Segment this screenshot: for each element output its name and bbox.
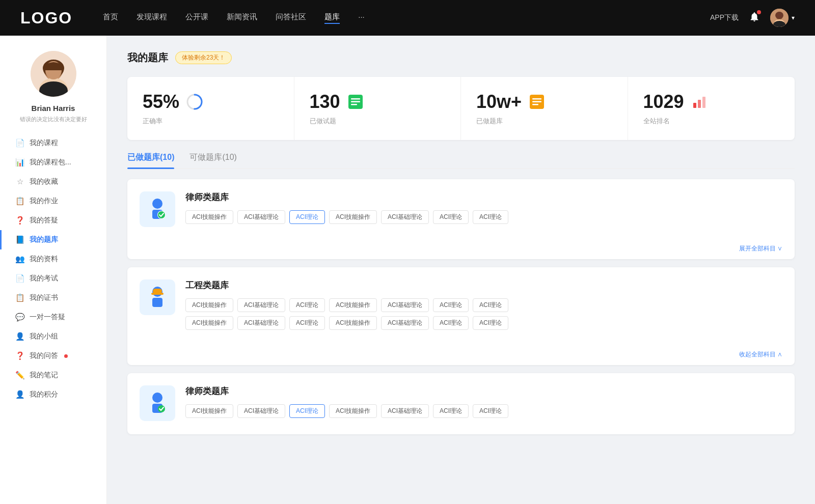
tag-0-lawyer-1[interactable]: ACI技能操作 [185,210,233,224]
tag-2-lawyer-1[interactable]: ACI理论 [289,210,325,224]
chevron-down-icon: ▾ [792,14,795,21]
list-orange-icon [528,93,546,111]
my-exam-icon: 📄 [15,274,24,283]
l2tag-1[interactable]: ACI基础理论 [237,404,285,418]
l2tag-3[interactable]: ACI技能操作 [329,404,377,418]
l2tag-6[interactable]: ACI理论 [473,404,508,418]
l2tag-5[interactable]: ACI理论 [433,404,469,418]
expand-lawyer-1[interactable]: 展开全部科目 ∨ [127,240,795,259]
etag-3[interactable]: ACI技能操作 [329,298,377,312]
sidebar-item-my-data[interactable]: 👥 我的资料 [0,249,106,269]
etag2-5[interactable]: ACI理论 [433,316,469,330]
nav-more[interactable]: ··· [358,12,365,24]
nav-qa[interactable]: 问答社区 [276,12,306,24]
nav-home[interactable]: 首页 [103,12,118,24]
etag2-0[interactable]: ACI技能操作 [185,316,233,330]
etag2-3[interactable]: ACI技能操作 [329,316,377,330]
etag-6[interactable]: ACI理论 [473,298,508,312]
nav-qbank[interactable]: 题库 [324,12,340,24]
qbank-card-engineer: 工程类题库 ACI技能操作 ACI基础理论 ACI理论 ACI技能操作 ACI基… [127,267,795,365]
sidebar-motto: 错误的决定比没有决定要好 [15,116,92,123]
sidebar-item-my-question[interactable]: ❓ 我的问答 [0,346,106,366]
l2tag-2[interactable]: ACI理论 [289,404,325,418]
my-qa-icon: ❓ [15,216,24,225]
stat-label-done-banks: 已做题库 [476,117,612,126]
tag-1-lawyer-1[interactable]: ACI基础理论 [237,210,285,224]
sidebar-item-my-points[interactable]: 👤 我的积分 [0,385,106,404]
qbank-body-lawyer-1: 律师类题库 ACI技能操作 ACI基础理论 ACI理论 ACI技能操作 ACI基… [185,191,782,228]
svg-rect-23 [698,100,701,108]
favorites-icon: ☆ [15,177,24,186]
etag2-2[interactable]: ACI理论 [289,316,325,330]
course-pkg-icon: 📊 [15,158,24,167]
sidebar-menu: 📄 我的课程 📊 我的课程包... ☆ 我的收藏 📋 我的作业 ❓ 我的答疑 📘 [0,133,106,404]
etag2-4[interactable]: ACI基础理论 [381,316,429,330]
stat-value-site-rank: 1029 [643,91,684,113]
etag-2[interactable]: ACI理论 [289,298,325,312]
sidebar-item-my-exam[interactable]: 📄 我的考试 [0,269,106,288]
page-title: 我的题库 [127,51,168,65]
tag-6-lawyer-1[interactable]: ACI理论 [473,210,508,224]
stat-value-correct-rate: 55% [143,91,179,113]
qbank-body-engineer: 工程类题库 ACI技能操作 ACI基础理论 ACI理论 ACI技能操作 ACI基… [185,279,782,334]
page-body: Brian Harris 错误的决定比没有决定要好 📄 我的课程 📊 我的课程包… [0,0,815,504]
nav-open-course[interactable]: 公开课 [185,12,208,24]
svg-rect-32 [151,293,164,295]
sidebar-item-my-notes[interactable]: ✏️ 我的笔记 [0,366,106,385]
svg-rect-16 [351,101,360,103]
collapse-engineer[interactable]: 收起全部科目 ∧ [127,346,795,365]
sidebar-item-course-pkg[interactable]: 📊 我的课程包... [0,153,106,172]
tab-available-banks[interactable]: 可做题库(10) [189,152,236,168]
etag2-1[interactable]: ACI基础理论 [237,316,285,330]
svg-rect-30 [152,298,162,307]
tags-row2-engineer: ACI技能操作 ACI基础理论 ACI理论 ACI技能操作 ACI基础理论 AC… [185,316,782,330]
stat-done-banks: 10w+ 已做题库 [461,77,628,140]
sidebar-item-homework[interactable]: 📋 我的作业 [0,191,106,211]
qbank-lawyer-icon-1 [140,191,175,227]
l2tag-4[interactable]: ACI基础理论 [381,404,429,418]
my-notes-icon: ✏️ [15,371,24,380]
l2tag-0[interactable]: ACI技能操作 [185,404,233,418]
tags-row-lawyer-2: ACI技能操作 ACI基础理论 ACI理论 ACI技能操作 ACI基础理论 AC… [185,404,782,418]
stat-done-questions: 130 已做试题 [294,77,461,140]
svg-rect-20 [532,101,541,103]
etag-0[interactable]: ACI技能操作 [185,298,233,312]
logo: LOGO [20,9,72,27]
my-question-icon: ❓ [15,351,24,360]
etag-5[interactable]: ACI理论 [433,298,469,312]
stats-row: 55% 正确率 130 [127,77,795,140]
qbank-lawyer-icon-2 [140,385,175,421]
sidebar-item-favorites[interactable]: ☆ 我的收藏 [0,172,106,191]
bar-chart-icon [690,93,709,111]
nav-news[interactable]: 新闻资讯 [227,12,257,24]
list-green-icon [346,93,365,111]
sidebar-item-1to1-qa[interactable]: 💬 一对一答疑 [0,307,106,327]
tags-row1-engineer: ACI技能操作 ACI基础理论 ACI理论 ACI技能操作 ACI基础理论 AC… [185,298,782,312]
circle-progress-icon [185,93,204,111]
sidebar-item-certificate[interactable]: 📋 我的证书 [0,288,106,307]
nav-menu: 首页 发现课程 公开课 新闻资讯 问答社区 题库 ··· [103,12,710,24]
etag-4[interactable]: ACI基础理论 [381,298,429,312]
navbar-right: APP下载 ▾ [710,9,795,27]
question-dot [64,354,68,358]
navbar: LOGO 首页 发现课程 公开课 新闻资讯 问答社区 题库 ··· APP下载 [0,0,815,36]
etag2-6[interactable]: ACI理论 [473,316,508,330]
sidebar-item-my-qa[interactable]: ❓ 我的答疑 [0,211,106,230]
notification-bell[interactable] [749,11,760,24]
trial-badge: 体验剩余23天！ [175,51,232,64]
sidebar-item-qbank[interactable]: 📘 我的题库 [0,230,106,249]
user-avatar-menu[interactable]: ▾ [770,9,795,27]
tag-3-lawyer-1[interactable]: ACI技能操作 [329,210,377,224]
tag-4-lawyer-1[interactable]: ACI基础理论 [381,210,429,224]
tag-5-lawyer-1[interactable]: ACI理论 [433,210,469,224]
nav-discover[interactable]: 发现课程 [137,12,167,24]
etag-1[interactable]: ACI基础理论 [237,298,285,312]
svg-rect-15 [351,98,360,100]
sidebar-item-my-group[interactable]: 👤 我的小组 [0,327,106,346]
sidebar-item-my-course[interactable]: 📄 我的课程 [0,133,106,153]
app-download-link[interactable]: APP下载 [710,13,739,22]
my-data-icon: 👥 [15,255,24,264]
qbank-card-lawyer-1: 律师类题库 ACI技能操作 ACI基础理论 ACI理论 ACI技能操作 ACI基… [127,179,795,259]
sidebar: Brian Harris 错误的决定比没有决定要好 📄 我的课程 📊 我的课程包… [0,36,107,504]
tab-done-banks[interactable]: 已做题库(10) [127,152,174,168]
